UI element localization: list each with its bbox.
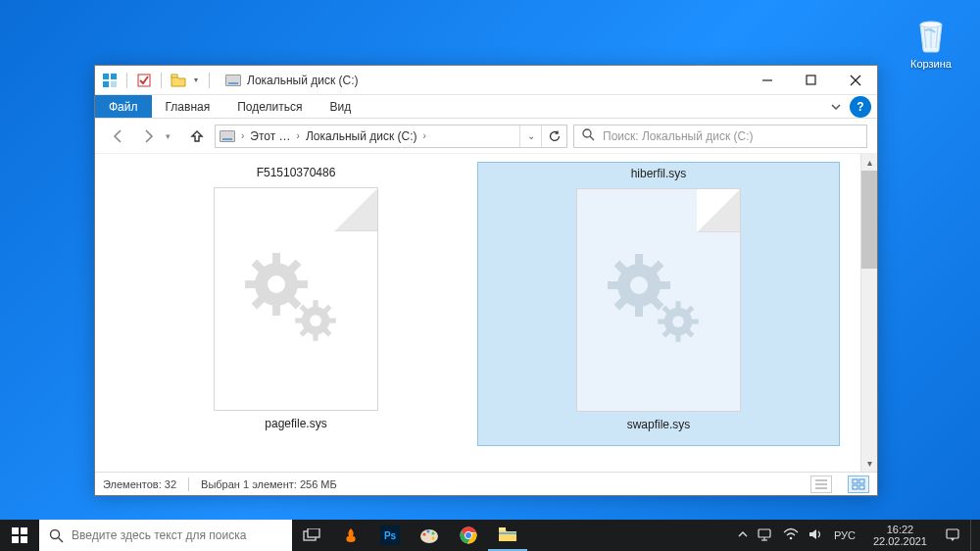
svg-rect-8: [807, 75, 815, 84]
ribbon: Файл Главная Поделиться Вид ?: [95, 95, 877, 119]
minimize-button[interactable]: [745, 66, 789, 95]
svg-point-0: [920, 22, 942, 27]
scroll-down-icon[interactable]: ▾: [861, 455, 877, 472]
ribbon-tab-file[interactable]: Файл: [95, 95, 152, 118]
svg-rect-61: [21, 527, 27, 534]
task-view-button[interactable]: [292, 520, 331, 551]
recycle-bin[interactable]: Корзина: [902, 15, 960, 70]
svg-rect-45: [675, 301, 680, 309]
close-button[interactable]: [833, 66, 877, 95]
tray-volume-icon[interactable]: [808, 527, 824, 544]
svg-line-65: [59, 537, 64, 542]
qat-app-icon[interactable]: [101, 72, 119, 89]
taskbar: Введите здесь текст для поиска Ps РУС 16…: [0, 520, 980, 551]
svg-rect-1: [103, 74, 109, 79]
search-icon: [582, 128, 595, 144]
svg-rect-58: [853, 485, 858, 489]
gear-icon: [600, 241, 717, 359]
chevron-right-icon[interactable]: ›: [239, 130, 246, 141]
ribbon-tab-view[interactable]: Вид: [316, 95, 365, 118]
svg-rect-26: [313, 333, 318, 341]
svg-point-34: [630, 276, 648, 294]
qat-separator: [161, 73, 162, 88]
svg-text:Ps: Ps: [384, 530, 397, 541]
view-details-button[interactable]: [810, 476, 832, 493]
chevron-right-icon[interactable]: ›: [295, 130, 302, 141]
vertical-scrollbar[interactable]: ▴ ▾: [860, 154, 877, 472]
tray-notifications-icon[interactable]: [945, 527, 960, 544]
address-bar[interactable]: › Этот … › Локальный диск (C:) › ⌄: [215, 125, 567, 148]
svg-rect-3: [103, 81, 109, 87]
view-large-icons-button[interactable]: [848, 476, 869, 493]
taskbar-app-paint[interactable]: [410, 520, 449, 551]
tray-network-icon[interactable]: [758, 527, 773, 544]
nav-history-dropdown[interactable]: ▾: [166, 131, 179, 141]
svg-point-11: [583, 129, 591, 137]
svg-rect-63: [21, 536, 27, 543]
file-item[interactable]: hiberfil.sys: [477, 162, 840, 446]
svg-rect-84: [947, 529, 958, 538]
tray-language[interactable]: РУС: [834, 529, 856, 541]
status-selection: Выбран 1 элемент: 256 МБ: [201, 478, 337, 490]
nav-back-button[interactable]: [107, 125, 130, 148]
svg-rect-78: [499, 527, 506, 530]
help-button[interactable]: ?: [850, 96, 871, 118]
svg-point-74: [431, 536, 434, 539]
svg-rect-36: [635, 305, 643, 317]
window-title: Локальный диск (C:): [247, 74, 359, 87]
show-desktop-button[interactable]: [970, 520, 976, 551]
svg-rect-15: [272, 253, 280, 265]
refresh-button[interactable]: [541, 125, 566, 147]
scroll-thumb[interactable]: [861, 171, 877, 269]
taskbar-app-chrome[interactable]: [449, 520, 488, 551]
breadcrumb-this-pc[interactable]: Этот …: [246, 125, 294, 147]
qat-separator: [209, 73, 210, 88]
search-placeholder: Поиск: Локальный диск (C:): [603, 129, 753, 143]
maximize-button[interactable]: [789, 66, 833, 95]
taskbar-app-photoshop[interactable]: Ps: [370, 520, 410, 551]
recycle-bin-icon: [913, 15, 949, 54]
system-tray: РУС 16:22 22.02.2021: [738, 520, 980, 551]
nav-up-button[interactable]: [185, 125, 209, 148]
file-list[interactable]: F51510370486: [95, 154, 860, 472]
svg-rect-38: [659, 281, 670, 289]
svg-rect-79: [499, 532, 516, 534]
scroll-up-icon[interactable]: ▴: [861, 154, 877, 171]
breadcrumb-drive[interactable]: Локальный диск (C:): [302, 125, 421, 147]
svg-rect-57: [859, 479, 864, 483]
svg-point-72: [426, 529, 429, 532]
drive-icon: [225, 75, 241, 86]
tray-time: 16:22: [873, 524, 927, 535]
svg-rect-60: [12, 527, 19, 534]
file-thumb: [576, 188, 741, 412]
svg-rect-80: [759, 529, 770, 537]
taskbar-app-explorer[interactable]: [488, 520, 527, 551]
ribbon-collapse-icon[interactable]: [822, 95, 850, 118]
status-bar: Элементов: 32 Выбран 1 элемент: 256 МБ: [95, 472, 877, 495]
drive-icon: [220, 130, 235, 142]
ribbon-tab-share[interactable]: Поделиться: [223, 95, 316, 118]
breadcrumb-root[interactable]: [216, 125, 239, 147]
address-dropdown-icon[interactable]: ⌄: [519, 125, 541, 147]
svg-rect-2: [111, 74, 117, 79]
nav-forward-button[interactable]: [136, 125, 160, 148]
taskbar-search-placeholder: Введите здесь текст для поиска: [72, 528, 246, 542]
svg-point-83: [790, 536, 793, 539]
tray-wifi-icon[interactable]: [783, 527, 799, 544]
file-item[interactable]: F51510370486: [115, 162, 477, 446]
taskbar-app-flame[interactable]: [331, 520, 370, 551]
qat-properties-icon[interactable]: [135, 72, 153, 89]
svg-rect-28: [328, 318, 336, 323]
chevron-right-icon[interactable]: ›: [420, 130, 427, 141]
qat-folder-icon[interactable]: [170, 72, 187, 89]
svg-rect-27: [295, 318, 303, 323]
svg-rect-56: [853, 479, 858, 483]
titlebar[interactable]: ▾ Локальный диск (C:): [95, 66, 877, 95]
ribbon-tab-home[interactable]: Главная: [152, 95, 224, 118]
search-box[interactable]: Поиск: Локальный диск (C:): [573, 125, 867, 148]
tray-clock[interactable]: 16:22 22.02.2021: [865, 524, 935, 547]
taskbar-search[interactable]: Введите здесь текст для поиска: [39, 520, 292, 551]
start-button[interactable]: [0, 520, 39, 551]
qat-dropdown-icon[interactable]: ▾: [191, 72, 201, 89]
tray-overflow-icon[interactable]: [738, 528, 748, 542]
